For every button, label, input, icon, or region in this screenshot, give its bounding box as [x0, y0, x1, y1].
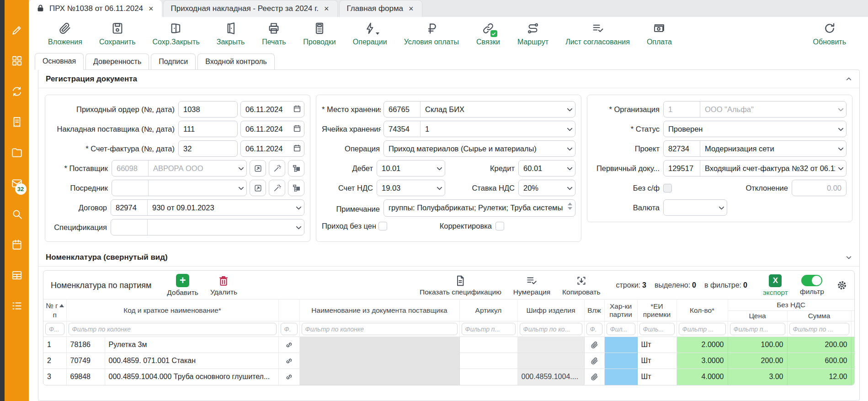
organization-combo[interactable]: 1 ООО "Альфа" — [663, 101, 847, 118]
primary-doc-combo[interactable]: 129517 Входящий счет-фактура №32 от 06.1… — [663, 160, 847, 176]
column-header-qty[interactable]: Кол-во* — [676, 299, 728, 321]
cell-article[interactable] — [459, 353, 517, 369]
table-row[interactable]: 3 69848 000.4859.1004.000 Труба основног… — [43, 369, 854, 385]
no-sf-checkbox[interactable] — [663, 184, 672, 192]
cell-attach[interactable] — [584, 369, 604, 385]
tab-document[interactable]: ПРХ №1038 от 06.11.2024 × — [29, 0, 162, 17]
filter-link-input[interactable] — [281, 323, 298, 335]
postings-button[interactable]: Проводки — [303, 21, 335, 46]
nomenclature-section-header[interactable]: Номенклатура (свернутый вид) — [38, 248, 859, 267]
storage-combo[interactable]: 66765 Склад БИХ — [383, 101, 575, 118]
tab-power-of-attorney[interactable]: Доверенность — [85, 53, 149, 70]
filter-unit-input[interactable] — [639, 323, 675, 335]
grid-settings-button[interactable] — [836, 279, 848, 291]
filter-code-input[interactable] — [69, 323, 277, 335]
no-price-checkbox[interactable] — [378, 222, 387, 230]
print-button[interactable]: Печать — [261, 21, 286, 46]
numbering-button[interactable]: Нумерация — [513, 275, 550, 296]
cell-product-code[interactable]: 000.4859.1004.... — [517, 369, 584, 385]
cell-num[interactable]: 1 — [43, 337, 66, 353]
tab-home[interactable]: Главная форма × — [339, 0, 422, 17]
toggle-on-icon[interactable] — [801, 275, 822, 286]
project-combo[interactable]: 82734 Модернизация сети — [663, 140, 847, 157]
sidebar-calendar-button[interactable] — [11, 238, 23, 251]
filter-product-code-input[interactable] — [520, 323, 582, 335]
table-row[interactable]: 2 70749 000.4859. 071.001 Стакан Шт 3.00… — [43, 353, 854, 369]
filter-attach-input[interactable] — [586, 323, 602, 335]
cell-code[interactable]: 69848 — [66, 369, 105, 385]
vat-rate-combo[interactable]: 20% — [518, 180, 575, 196]
note-textarea[interactable]: группы: Полуфабрикаты; Рулетки; Труба си… — [383, 199, 575, 217]
specification-combo[interactable] — [111, 219, 304, 235]
cell-name[interactable]: 000.4859. 071.001 Стакан — [105, 353, 278, 369]
column-header-unit[interactable]: *ЕИ приемки — [637, 299, 676, 321]
copy-button[interactable]: Копировать — [562, 275, 600, 296]
cell-unit[interactable]: Шт — [637, 369, 676, 385]
registration-section-header[interactable]: Регистрация документа — [38, 70, 859, 88]
tab-main[interactable]: Основная — [35, 53, 84, 70]
cell-total[interactable]: 200.00 — [787, 337, 851, 353]
filter-toggle[interactable]: фильтр — [800, 275, 824, 296]
cell-attach[interactable] — [584, 353, 604, 369]
attachments-button[interactable]: Вложения — [48, 21, 82, 46]
column-header-price[interactable]: Цена — [728, 311, 787, 321]
add-row-button[interactable]: + Добавить — [167, 274, 198, 297]
cell-supplier-name[interactable] — [299, 369, 459, 385]
refresh-button[interactable]: Обновить — [813, 21, 846, 46]
supplier-invoice-no-input[interactable] — [178, 121, 238, 137]
payment-button[interactable]: Оплата — [647, 21, 672, 46]
delete-row-button[interactable]: Удалить — [210, 275, 237, 296]
intermediary-hierarchy-button[interactable] — [288, 180, 304, 196]
cell-product-code[interactable] — [517, 337, 584, 353]
column-header-attachments[interactable]: Влж — [584, 299, 604, 321]
cell-name[interactable]: Рулетка 3м — [105, 337, 278, 353]
cell-num[interactable]: 3 — [43, 369, 66, 385]
cell-code[interactable]: 70749 — [66, 353, 105, 369]
cell-qty[interactable]: 4.0000 — [676, 369, 728, 385]
cell-unit[interactable]: Шт — [637, 337, 676, 353]
cell-price[interactable]: 200.00 — [728, 353, 787, 369]
save-close-button[interactable]: Сохр.Закрыть — [152, 21, 199, 46]
column-header-code-name[interactable]: Код и краткое наименование* — [66, 299, 278, 321]
contract-combo[interactable]: 82974 930 от 09.01.2023 — [111, 199, 304, 216]
column-header-num[interactable]: № гп — [43, 299, 66, 321]
column-header-batch-char[interactable]: Хар-ки партии — [604, 299, 637, 321]
supplier-combo[interactable]: 66098 АВРОРА ООО — [112, 160, 247, 176]
column-header-total[interactable]: Сумма — [787, 311, 851, 321]
cell-attach[interactable] — [584, 337, 604, 353]
cell-product-code[interactable] — [517, 353, 584, 369]
cell-num[interactable]: 2 — [43, 353, 66, 369]
filter-total-input[interactable] — [789, 323, 849, 335]
close-document-button[interactable]: Закрыть — [217, 21, 245, 46]
cell-batch-char[interactable] — [604, 337, 637, 353]
sidebar-tasks-button[interactable] — [11, 299, 23, 312]
tab-signatures[interactable]: Подписи — [151, 53, 196, 70]
supplier-hierarchy-button[interactable] — [288, 160, 304, 176]
sidebar-modules-button[interactable] — [11, 54, 23, 67]
cell-batch-char[interactable] — [604, 353, 637, 369]
cell-supplier-name[interactable] — [299, 337, 459, 353]
debit-combo[interactable]: 10.01 — [377, 160, 445, 176]
close-icon[interactable]: × — [148, 5, 154, 13]
show-spec-button[interactable]: Показать спецификацию — [420, 275, 501, 296]
calendar-icon[interactable] — [293, 124, 301, 133]
sidebar-sync-button[interactable] — [11, 85, 23, 98]
cell-price[interactable]: 100.00 — [728, 337, 787, 353]
filter-batch-char-input[interactable] — [607, 323, 635, 335]
sidebar-registry-button[interactable] — [11, 269, 23, 282]
export-excel-button[interactable]: X экспорт — [763, 274, 788, 297]
vat-account-combo[interactable]: 19.03 — [377, 180, 445, 196]
column-header-supplier-name[interactable]: Наименование из документа поставщика — [299, 299, 459, 321]
sidebar-receipts-button[interactable] — [11, 116, 23, 128]
save-button[interactable]: Сохранить — [99, 21, 136, 46]
close-icon[interactable]: × — [408, 5, 415, 13]
cell-supplier-name[interactable] — [299, 353, 459, 369]
intermediary-wizard-button[interactable] — [269, 180, 285, 196]
table-row[interactable]: 1 78186 Рулетка 3м Шт 2.0000 100.00 200.… — [43, 337, 854, 353]
sidebar-documents-button[interactable] — [11, 146, 23, 159]
cell-code[interactable]: 78186 — [66, 337, 105, 353]
column-header-article[interactable]: Артикул — [459, 299, 517, 321]
filter-supplier-name-input[interactable] — [302, 323, 458, 335]
approval-sheet-button[interactable]: Лист согласования — [565, 21, 630, 46]
tab-registry[interactable]: Приходная накладная - Реестр за 2024 г. … — [163, 0, 338, 17]
